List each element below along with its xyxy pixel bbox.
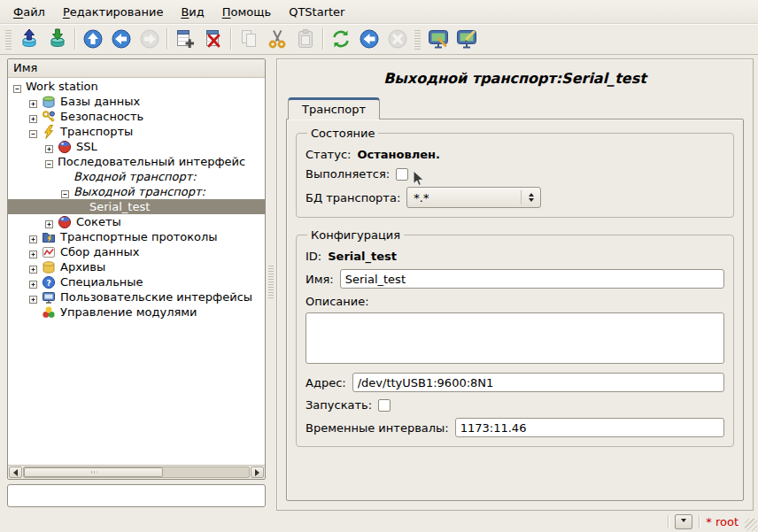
tree-horizontal-scrollbar[interactable] [8,465,265,479]
tree-item[interactable]: Управление модулями [8,305,265,320]
running-checkbox[interactable] [396,168,408,181]
menu-view[interactable]: Вид [172,2,213,22]
expand-icon[interactable] [29,97,37,105]
tree-filter [7,484,266,507]
refresh-icon [330,28,352,50]
statusbar-dropdown-button[interactable] [675,514,692,529]
tree-item[interactable]: Последовательный интерфейс [8,154,265,169]
back-button[interactable] [107,26,135,52]
scrollbar-track[interactable] [23,466,250,478]
menu-file[interactable]: Файл [4,2,54,22]
tree-modules-icon [42,305,56,320]
tree-item[interactable]: Пользовательские интерфейсы [8,289,265,305]
tree-item-label: Сокеты [76,215,121,228]
delete-item-button[interactable] [199,26,227,52]
tab-transport[interactable]: Транспорт [288,97,380,120]
tree-item-label: Work station [26,80,98,93]
collapse-icon[interactable] [29,127,37,135]
refresh-button[interactable] [327,26,354,52]
expand-icon[interactable] [29,263,37,271]
tree-item[interactable]: Транспорты [8,124,265,139]
tree-item[interactable]: Work station [8,79,265,94]
transport-db-combobox[interactable]: *.* [406,187,541,208]
expand-icon[interactable] [29,248,37,256]
status-value: Остановлен. [357,148,439,161]
tree-item[interactable]: Выходной транспорт: [8,184,265,199]
expand-icon[interactable] [29,233,37,241]
tree-item[interactable]: Базы данных [8,94,265,109]
current-user-label[interactable]: * root [706,515,739,528]
config-group-title: Конфигурация [307,228,404,242]
toolbar-separator [74,28,75,50]
start-icon [359,28,380,50]
tree-item-label: Пользовательские интерфейсы [60,290,252,304]
collapse-icon[interactable] [61,188,69,196]
expand-icon[interactable] [29,278,37,286]
menu-edit[interactable]: Редактирование [54,2,172,22]
menu-qtstarter[interactable]: QTStarter [280,2,353,22]
expand-icon[interactable] [29,293,37,301]
scroll-left-button[interactable] [9,466,22,478]
scrollbar-thumb[interactable] [24,467,163,477]
tree-connector [77,203,85,211]
description-textarea[interactable] [306,312,724,364]
tree-item[interactable]: Транспортные протоколы [8,229,265,244]
stop-icon [387,28,408,50]
tree-item[interactable]: ?Специальные [8,274,265,289]
tree-connector [29,308,37,316]
menu-help[interactable]: Помощь [213,2,280,22]
paste-button [291,26,319,52]
name-input[interactable] [340,269,724,289]
id-value: Serial_test [328,250,397,263]
spinner-arrows-icon [521,190,534,204]
address-input[interactable] [352,373,724,392]
tree-item[interactable]: Сбор данных [8,244,265,259]
item-add-icon [174,28,196,50]
tree-item-label: Последовательный интерфейс [58,155,245,168]
tree-item[interactable]: Входной транспорт: [8,169,265,184]
to-start-checkbox[interactable] [378,399,391,412]
qtstarter-vision-button[interactable] [452,26,480,52]
up-level-button[interactable] [79,26,106,52]
tree-item[interactable]: SSL [8,139,265,154]
scroll-right-button[interactable] [251,466,264,478]
description-label: Описание: [306,295,369,308]
tree-item[interactable]: Сокеты [8,214,265,229]
qtstarter-config-button[interactable] [424,26,452,52]
nav-back-icon [111,28,132,50]
tree-archive-icon [42,260,56,274]
scrollbar-grip-icon [90,471,97,474]
tree-column-header[interactable]: Имя [8,59,265,78]
tree-transport-icon [42,125,56,139]
splitter[interactable] [266,58,276,507]
start-update-button[interactable] [355,26,383,52]
copy-icon [238,28,259,50]
collapse-icon[interactable] [45,158,53,166]
tree-daq-icon [42,245,56,259]
tree-item[interactable]: Архивы [8,259,265,274]
cut-button[interactable] [263,26,290,52]
resize-grip-icon[interactable] [745,519,757,531]
save-to-db-button[interactable] [43,26,71,52]
tree-item-label: SSL [76,140,97,153]
toolbar-handle-icon[interactable] [5,28,12,50]
expand-icon[interactable] [29,112,37,120]
tree-item-label: Транспортные протоколы [60,230,218,243]
expand-icon[interactable] [45,218,53,226]
tree-body: Work stationБазы данныхБезопасностьТранс… [8,78,265,465]
collapse-icon[interactable] [13,82,21,90]
toolbar-handle-icon[interactable] [414,28,421,50]
tree-item-label: Транспорты [60,125,133,138]
right-arrow-icon [255,469,263,476]
tree-item[interactable]: Безопасность [8,109,265,124]
to-start-label: Запускать: [306,398,372,412]
add-item-button[interactable] [171,26,198,52]
tree-item-label: Сбор данных [60,245,139,258]
tree-item[interactable]: Serial_test [8,199,265,214]
timings-input[interactable] [455,418,724,437]
load-from-db-button[interactable] [15,26,43,52]
expand-icon[interactable] [45,143,53,150]
tree-filter-input[interactable] [7,484,266,507]
tree-protocol-icon [42,230,56,244]
left-arrow-icon [10,469,18,476]
